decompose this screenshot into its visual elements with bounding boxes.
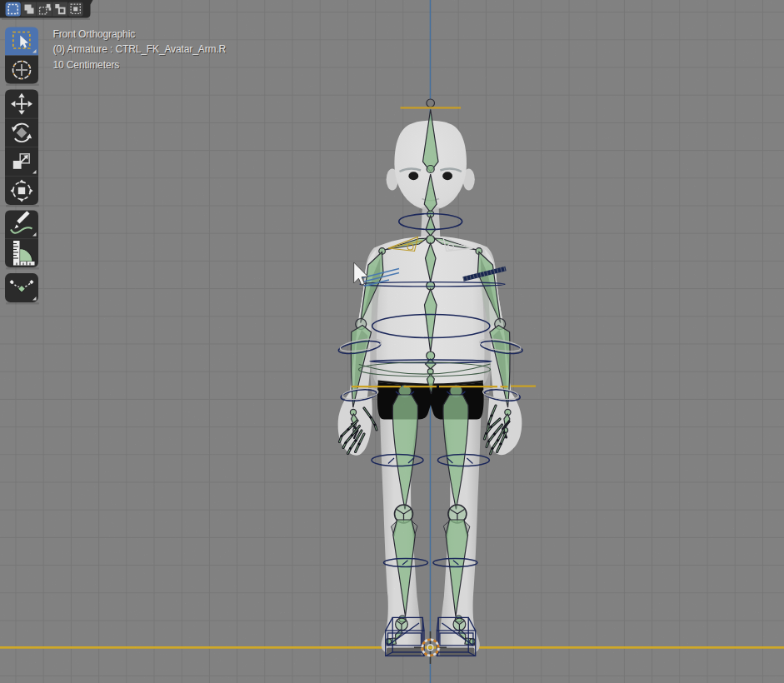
svg-text:Front Orthographic: Front Orthographic — [53, 28, 136, 40]
svg-text:(0) Armature : CTRL_FK_Avatar_: (0) Armature : CTRL_FK_Avatar_Arm.R — [53, 43, 227, 55]
svg-text:10 Centimeters: 10 Centimeters — [53, 59, 120, 71]
